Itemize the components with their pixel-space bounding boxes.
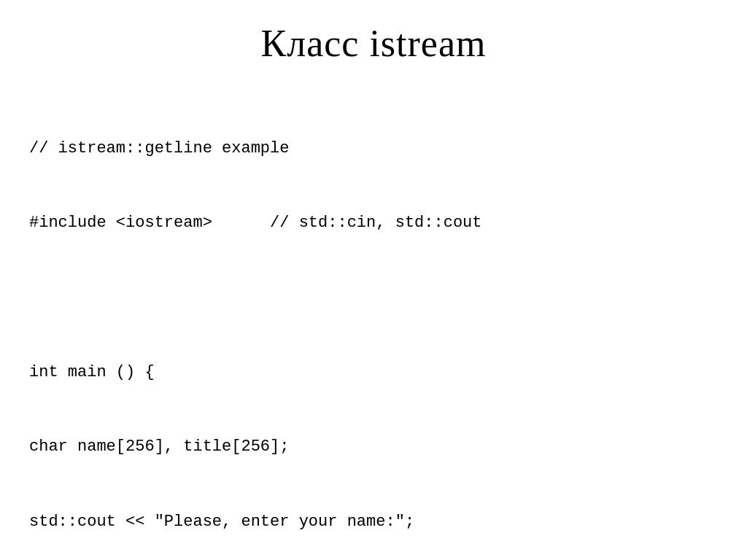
code-line-1: // istream::getline example	[29, 136, 718, 161]
code-line-5: std::cout << "Please, enter your name:";	[29, 510, 718, 534]
code-line-3: int main () {	[29, 360, 718, 385]
slide-container: Класс istream // istream::getline exampl…	[0, 0, 747, 560]
slide-title: Класс istream	[29, 22, 718, 65]
code-empty-1	[29, 286, 718, 311]
code-block: // istream::getline example #include <io…	[29, 87, 718, 560]
code-line-4: char name[256], title[256];	[29, 435, 718, 459]
code-line-2: #include <iostream> // std::cin, std::co…	[29, 211, 718, 236]
